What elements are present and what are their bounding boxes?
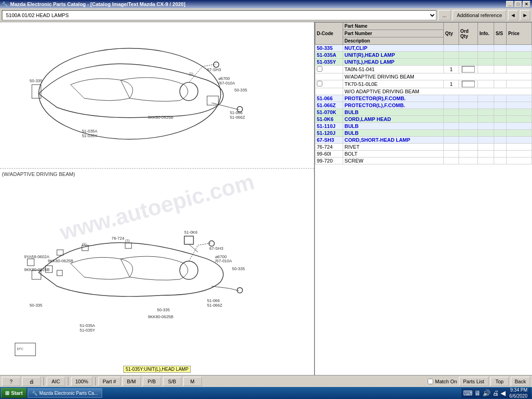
status-bar: ? 🖨 AIC 100% Part # B/M P/B S/B M Match …: [0, 375, 532, 387]
cell-qty: [444, 45, 459, 52]
cell-qty: [444, 102, 459, 109]
cell-ordqty: [459, 137, 478, 144]
cell-partname: UNIT(R),HEAD LAMP: [343, 52, 443, 59]
printer-icon: 🖨: [492, 389, 499, 397]
section2-label: (W/ADAPTIVE DRIVING BEAM): [0, 170, 314, 178]
svg-text:50-335: 50-335: [157, 308, 170, 312]
cell-price: [507, 59, 532, 66]
sb-button[interactable]: S/B: [163, 377, 181, 386]
bm-button[interactable]: B/M: [122, 377, 141, 386]
start-button[interactable]: ⊞ Start: [1, 388, 27, 398]
volume-icon[interactable]: 🔊: [483, 389, 490, 397]
lower-diagram-svg: 9YA59-0602A 9KK80-0625B 9KK80-0625B 76-7…: [2, 180, 312, 374]
cell-ordqty: [459, 123, 478, 130]
back-button[interactable]: Back: [511, 377, 530, 386]
svg-text:(1): (1): [82, 242, 86, 246]
svg-point-0: [39, 48, 221, 139]
table-row: 50-335 NUT,CLIP: [315, 45, 532, 52]
cell-partname: PROTECTOR(L),F.COMB.: [343, 102, 443, 109]
ordqty-input[interactable]: [462, 66, 475, 73]
top-button[interactable]: Top: [490, 377, 509, 386]
taskbar-app-item[interactable]: 🔧 Mazda Electronic Parts Ca...: [28, 388, 102, 398]
additional-reference-button[interactable]: Additional reference: [453, 10, 506, 20]
close-button[interactable]: ✕: [523, 1, 530, 7]
taskbar: ⊞ Start 🔧 Mazda Electronic Parts Ca... ⌨…: [0, 387, 532, 399]
m-button[interactable]: M: [183, 377, 202, 386]
cell-ss: [494, 45, 507, 52]
row-checkbox[interactable]: [317, 81, 322, 86]
svg-text:51-035A: 51-035A: [82, 129, 97, 133]
header-partnumber: Part Number: [343, 30, 443, 37]
pb-button[interactable]: P/B: [143, 377, 161, 386]
main-content: www.autoepic.com: [0, 22, 532, 375]
svg-text:51-066: 51-066: [230, 110, 243, 115]
aic-button[interactable]: AIC: [47, 377, 65, 386]
print-button[interactable]: 🖨: [22, 377, 41, 386]
divider1: [43, 377, 44, 386]
cell-price: [507, 130, 532, 137]
diagram-scroll[interactable]: www.autoepic.com: [0, 22, 314, 375]
maximize-button[interactable]: □: [514, 1, 522, 7]
cell-info: [478, 59, 494, 66]
cell-price: [507, 66, 532, 73]
section-select[interactable]: 5100A 01/02 HEAD LAMPS: [2, 10, 436, 20]
cell-ordqty: [459, 157, 478, 164]
table-row: 51-066Z PROTECTOR(L),F.COMB.: [315, 102, 532, 109]
part-number-button[interactable]: Part #: [98, 377, 120, 386]
svg-text:50-335: 50-335: [30, 303, 42, 308]
parts-table-scroll[interactable]: D-Code Part Name Qty Ord Qty Info. S/S P…: [315, 22, 532, 375]
match-on-label: Match On: [435, 379, 457, 384]
cell-qty: [444, 116, 459, 123]
table-row: 99-60l BOLT: [315, 151, 532, 157]
cell-ss: [494, 130, 507, 137]
nav-forward-button[interactable]: ►: [520, 10, 530, 20]
svg-text:67-SH3: 67-SH3: [207, 67, 221, 72]
parts-list-button[interactable]: Parts List: [459, 377, 489, 386]
windows-icon: ⊞: [5, 390, 9, 396]
minimize-button[interactable]: _: [506, 1, 514, 7]
cell-price: [507, 116, 532, 123]
svg-point-1: [180, 82, 198, 100]
nav-back-button[interactable]: ◄: [508, 10, 518, 20]
cell-partname: CORD,LAMP HEAD: [343, 116, 443, 123]
cell-price: [507, 151, 532, 157]
cell-dcode-empty: [315, 88, 343, 95]
match-on-checkbox[interactable]: [428, 379, 433, 384]
cell-ss: [494, 102, 507, 109]
cell-price: [507, 137, 532, 144]
row-checkbox[interactable]: [317, 66, 322, 72]
ordqty-input[interactable]: [462, 81, 475, 87]
svg-text:76-724: 76-724: [111, 236, 124, 241]
network-icon: 🖥: [474, 389, 481, 397]
parts-panel: D-Code Part Name Qty Ord Qty Info. S/S P…: [315, 22, 532, 375]
help-button[interactable]: ?: [2, 377, 20, 386]
cell-price: [507, 157, 532, 164]
cell-qty: [444, 95, 459, 102]
divider3: [95, 377, 96, 386]
table-row: 51-120J BULB: [315, 130, 532, 137]
cell-partname: TK70-51-0L0E: [343, 80, 443, 88]
header-qty: Qty: [444, 23, 459, 45]
cell-dcode: 51-035A: [315, 52, 343, 59]
svg-text:9KK80-0625B: 9KK80-0625B: [24, 267, 49, 272]
cell-info: [478, 80, 494, 88]
taskbar-app-icon: 🔧: [32, 391, 37, 396]
cell-info: [478, 102, 494, 109]
cell-description: W/ADAPTIVE DRIVING BEAM: [343, 73, 532, 80]
svg-text:51-066: 51-066: [207, 298, 220, 303]
cell-dcode: 51-066Z: [315, 102, 343, 109]
zoom-button[interactable]: 100%: [71, 377, 92, 386]
cell-ordqty: [459, 102, 478, 109]
cell-info: [478, 157, 494, 164]
cell-qty: [444, 59, 459, 66]
ellipsis-button[interactable]: ...: [438, 10, 451, 20]
cell-price: [507, 109, 532, 116]
table-row: 51-035Y UNIT(L),HEAD LAMP: [315, 59, 532, 66]
svg-text:⌀6700: ⌀6700: [215, 254, 227, 259]
cell-ordqty: [459, 116, 478, 123]
title-bar: 🔧 Mazda Electronic Parts Catalog - [Cata…: [0, 0, 532, 8]
header-dcode: D-Code: [315, 23, 343, 45]
svg-rect-3: [207, 96, 218, 105]
cell-dcode: [315, 66, 343, 73]
cell-info: [478, 109, 494, 116]
